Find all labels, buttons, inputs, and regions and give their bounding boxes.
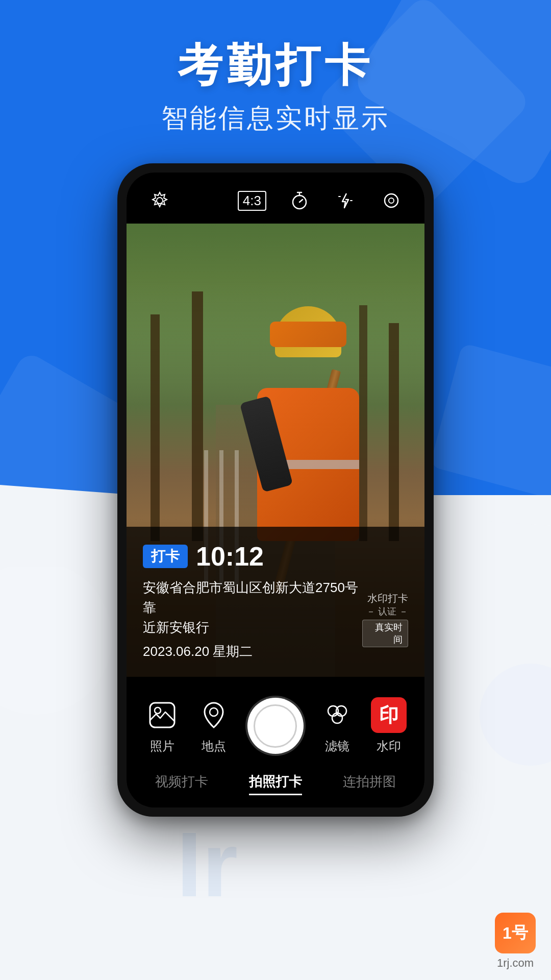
filter-label: 滤镜	[325, 738, 349, 754]
camera-ui: 4:3	[127, 173, 424, 807]
worker-cap	[270, 322, 346, 347]
aspect-ratio-badge[interactable]: 4:3	[238, 191, 266, 211]
camera-bottom: 照片 地点	[127, 677, 424, 807]
lens-switch-icon[interactable]	[379, 188, 404, 213]
sub-title: 智能信息实时显示	[0, 101, 551, 136]
camera-controls-row: 照片 地点	[137, 687, 414, 765]
watermark-button[interactable]: 印 水印	[371, 697, 407, 754]
phone-frame: 4:3	[117, 163, 434, 817]
phone-mockup: 4:3	[117, 163, 434, 817]
photo-scene: 打卡 10:12 安徽省合肥市蜀山区创新大道2750号靠 近新安银行 2023.…	[127, 224, 424, 677]
watermark-icon: 印	[371, 697, 407, 733]
svg-point-9	[385, 194, 398, 207]
flash-icon[interactable]	[333, 188, 358, 213]
shutter-wrap	[247, 698, 304, 754]
filter-icon	[319, 697, 355, 733]
svg-marker-1	[153, 192, 167, 207]
worker-head	[275, 306, 341, 373]
location-label: 地点	[202, 738, 226, 754]
daka-time: 10:12	[196, 541, 264, 572]
location-icon	[196, 697, 232, 733]
deco-ir-text: Ir	[177, 819, 229, 914]
svg-point-13	[210, 708, 218, 716]
filter-button[interactable]: 滤镜	[319, 697, 355, 754]
watermark-cert: 水印打卡 － 认证 － 真实时间	[362, 592, 408, 647]
topbar-icons: 4:3	[238, 188, 404, 213]
daka-date-row: 安徽省合肥市蜀山区创新大道2750号靠 近新安银行 2023.06.20 星期二…	[143, 578, 408, 660]
deco-triangle-right	[430, 343, 551, 499]
daka-badge: 打卡	[143, 545, 188, 568]
phone-screen: 4:3	[127, 173, 424, 807]
mode-multi[interactable]: 连拍拼图	[343, 773, 396, 795]
shutter-button[interactable]	[247, 698, 304, 754]
worker-figure	[237, 296, 380, 541]
daka-row: 打卡 10:12	[143, 541, 408, 572]
mode-photo[interactable]: 拍照打卡	[249, 773, 302, 795]
gallery-button[interactable]: 照片	[144, 697, 180, 754]
camera-topbar: 4:3	[127, 173, 424, 224]
brand-text: 1rj.com	[497, 957, 534, 970]
main-title: 考勤打卡	[0, 41, 551, 90]
daka-date: 2023.06.20 星期二	[143, 643, 362, 660]
mode-video[interactable]: 视频打卡	[155, 773, 208, 795]
watermark-label: 水印	[377, 738, 401, 754]
svg-point-10	[389, 198, 394, 203]
brand-logo: 1号	[495, 913, 536, 953]
gallery-icon	[144, 697, 180, 733]
svg-point-2	[157, 198, 163, 204]
svg-line-5	[299, 200, 303, 202]
daka-address: 安徽省合肥市蜀山区创新大道2750号靠 近新安银行	[143, 578, 362, 638]
location-button[interactable]: 地点	[196, 697, 232, 754]
svg-point-12	[155, 707, 161, 714]
timer-icon[interactable]	[287, 188, 312, 213]
header-section: 考勤打卡 智能信息实时显示	[0, 41, 551, 136]
branding: 1号 1rj.com	[495, 913, 536, 970]
watermark-overlay: 打卡 10:12 安徽省合肥市蜀山区创新大道2750号靠 近新安银行 2023.…	[127, 527, 424, 677]
gallery-label: 照片	[150, 738, 174, 754]
real-time-badge: 真实时间	[362, 620, 408, 647]
viewfinder: 打卡 10:12 安徽省合肥市蜀山区创新大道2750号靠 近新安银行 2023.…	[127, 224, 424, 677]
settings-icon[interactable]	[147, 188, 172, 213]
shutter-inner	[254, 704, 297, 748]
mode-selector: 视频打卡 拍照打卡 连拍拼图	[137, 765, 414, 807]
